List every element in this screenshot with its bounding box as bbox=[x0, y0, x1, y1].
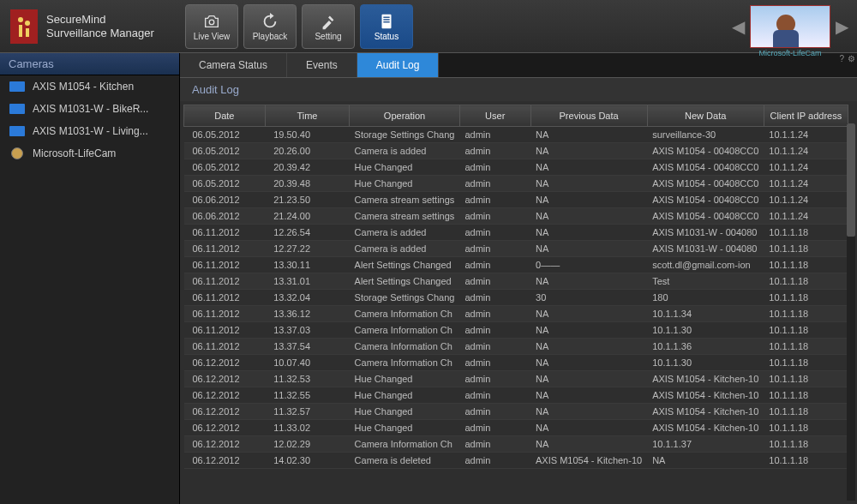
table-row[interactable]: 06.06.201221.23.50Camera stream settings… bbox=[184, 192, 848, 208]
table-row[interactable]: 06.11.201213.37.03Camera Information Cha… bbox=[184, 322, 848, 339]
table-cell: Hue Changed bbox=[350, 420, 460, 436]
table-row[interactable]: 06.05.201220.39.42Hue ChangedadminNAAXIS… bbox=[184, 159, 848, 176]
tab-audit-log[interactable]: Audit Log bbox=[357, 53, 440, 77]
table-cell: NA bbox=[530, 192, 647, 208]
table-cell: 12.02.29 bbox=[265, 436, 349, 453]
table-cell: Hue Changed bbox=[350, 371, 460, 387]
preview-next-icon[interactable]: ▶ bbox=[830, 16, 854, 37]
table-row[interactable]: 06.12.201214.02.30Camera is deletedadmin… bbox=[184, 453, 848, 469]
table-cell: AXIS M1054 - 00408CC0 bbox=[647, 143, 764, 159]
table-cell: 10.1.1.18 bbox=[764, 387, 848, 404]
table-cell: admin bbox=[459, 420, 530, 436]
table-cell: admin bbox=[459, 159, 530, 176]
table-cell: 11.33.02 bbox=[265, 420, 349, 436]
table-cell: 13.30.11 bbox=[265, 257, 349, 273]
toolbar-label: Setting bbox=[315, 32, 341, 41]
sidebar-camera-item[interactable]: Microsoft-LifeCam bbox=[0, 142, 179, 165]
table-cell: 10.1.1.24 bbox=[764, 208, 848, 225]
table-cell: 10.1.1.18 bbox=[764, 453, 848, 469]
table-cell: 10.1.1.18 bbox=[764, 241, 848, 257]
table-cell: NA bbox=[530, 143, 647, 159]
table-row[interactable]: 06.11.201212.26.54Camera is addedadminNA… bbox=[184, 225, 848, 241]
table-cell: 06.12.2012 bbox=[184, 355, 266, 371]
table-row[interactable]: 06.11.201213.32.04Storage Settings Chang… bbox=[184, 290, 848, 306]
column-header[interactable]: New Data bbox=[647, 105, 764, 127]
table-cell: 06.06.2012 bbox=[184, 192, 266, 208]
table-row[interactable]: 06.11.201213.36.12Camera Information Cha… bbox=[184, 306, 848, 322]
sidebar: Cameras AXIS M1054 - KitchenAXIS M1031-W… bbox=[0, 53, 180, 504]
table-scrollbar[interactable] bbox=[847, 123, 855, 501]
table-row[interactable]: 06.06.201221.24.00Camera stream settings… bbox=[184, 208, 848, 225]
column-header[interactable]: Client IP address bbox=[764, 105, 848, 127]
table-cell: 10.1.1.18 bbox=[764, 225, 848, 241]
table-cell: admin bbox=[459, 436, 530, 453]
help-icon[interactable]: ? bbox=[839, 54, 844, 63]
table-cell: 20.26.00 bbox=[265, 143, 349, 159]
table-cell: NA bbox=[530, 159, 647, 176]
table-row[interactable]: 06.12.201211.32.55Hue ChangedadminNAAXIS… bbox=[184, 387, 848, 404]
app-logo bbox=[10, 9, 38, 44]
table-cell: 06.12.2012 bbox=[184, 453, 266, 469]
tab-camera-status[interactable]: Camera Status bbox=[180, 53, 287, 77]
column-header[interactable]: Previous Data bbox=[530, 105, 647, 127]
column-header[interactable]: Operation bbox=[350, 105, 460, 127]
section-title: Audit Log bbox=[180, 78, 857, 101]
table-row[interactable]: 06.11.201213.37.54Camera Information Cha… bbox=[184, 339, 848, 355]
live-view-button[interactable]: Live View bbox=[185, 4, 238, 49]
main-toolbar: Live ViewPlaybackSettingStatus bbox=[180, 1, 418, 52]
sidebar-camera-item[interactable]: AXIS M1031-W - Living... bbox=[0, 120, 179, 142]
table-cell: 06.05.2012 bbox=[184, 143, 266, 159]
table-row[interactable]: 06.12.201212.02.29Camera Information Cha… bbox=[184, 436, 848, 453]
sidebar-camera-item[interactable]: AXIS M1031-W - BikeR... bbox=[0, 98, 179, 120]
table-cell: Hue Changed bbox=[350, 159, 460, 176]
table-cell: 10.1.1.18 bbox=[764, 339, 848, 355]
tab-events[interactable]: Events bbox=[287, 53, 357, 77]
preview-prev-icon[interactable]: ◀ bbox=[727, 16, 750, 37]
table-cell: Camera Information Ch bbox=[350, 322, 460, 339]
table-cell: 10.1.1.24 bbox=[764, 143, 848, 159]
status-button[interactable]: Status bbox=[360, 4, 413, 49]
toolbar-label: Status bbox=[375, 32, 399, 41]
table-cell: 20.39.48 bbox=[265, 176, 349, 192]
table-cell: 10.1.1.18 bbox=[764, 273, 848, 290]
table-row[interactable]: 06.05.201220.39.48Hue ChangedadminNAAXIS… bbox=[184, 176, 848, 192]
table-cell: 06.12.2012 bbox=[184, 436, 266, 453]
playback-button[interactable]: Playback bbox=[243, 4, 297, 49]
table-cell: 11.32.57 bbox=[265, 404, 349, 420]
table-cell: Test bbox=[647, 273, 764, 290]
table-row[interactable]: 06.05.201220.26.00Camera is addedadminNA… bbox=[184, 143, 848, 159]
table-cell: NA bbox=[530, 241, 647, 257]
table-cell: admin bbox=[459, 192, 530, 208]
table-row[interactable]: 06.12.201210.07.40Camera Information Cha… bbox=[184, 355, 848, 371]
table-cell: Camera is deleted bbox=[350, 453, 460, 469]
table-row[interactable]: 06.05.201219.50.40Storage Settings Chang… bbox=[184, 127, 848, 143]
table-cell: 10.1.1.30 bbox=[647, 355, 764, 371]
table-cell: 06.12.2012 bbox=[184, 387, 266, 404]
table-cell: AXIS M1054 - 00408CC0 bbox=[647, 192, 764, 208]
table-row[interactable]: 06.11.201213.31.01Alert Settings Changed… bbox=[184, 273, 848, 290]
table-cell: admin bbox=[459, 404, 530, 420]
settings-icon[interactable]: ⚙ bbox=[848, 54, 855, 63]
sidebar-camera-item[interactable]: AXIS M1054 - Kitchen bbox=[0, 75, 179, 98]
table-row[interactable]: 06.12.201211.32.57Hue ChangedadminNAAXIS… bbox=[184, 404, 848, 420]
table-cell: 06.11.2012 bbox=[184, 241, 266, 257]
column-header[interactable]: Date bbox=[184, 105, 266, 127]
table-cell: AXIS M1031-W - 004080 bbox=[647, 225, 764, 241]
table-row[interactable]: 06.12.201211.32.53Hue ChangedadminNAAXIS… bbox=[184, 371, 848, 387]
table-cell: 10.1.1.18 bbox=[764, 290, 848, 306]
column-header[interactable]: Time bbox=[265, 105, 349, 127]
table-cell: Camera Information Ch bbox=[350, 339, 460, 355]
setting-button[interactable]: Setting bbox=[302, 4, 355, 49]
table-cell: 0—— bbox=[530, 257, 647, 273]
camera-icon bbox=[202, 11, 221, 32]
table-cell: admin bbox=[459, 127, 530, 143]
table-cell: admin bbox=[459, 241, 530, 257]
table-cell: 10.1.1.18 bbox=[764, 257, 848, 273]
table-row[interactable]: 06.11.201213.30.11Alert Settings Changed… bbox=[184, 257, 848, 273]
camera-preview[interactable]: Microsoft-LifeCam bbox=[750, 5, 830, 48]
table-cell: 10.1.1.18 bbox=[764, 306, 848, 322]
column-header[interactable]: User bbox=[459, 105, 530, 127]
table-row[interactable]: 06.11.201212.27.22Camera is addedadminNA… bbox=[184, 241, 848, 257]
table-cell: 30 bbox=[530, 290, 647, 306]
table-row[interactable]: 06.12.201211.33.02Hue ChangedadminNAAXIS… bbox=[184, 420, 848, 436]
